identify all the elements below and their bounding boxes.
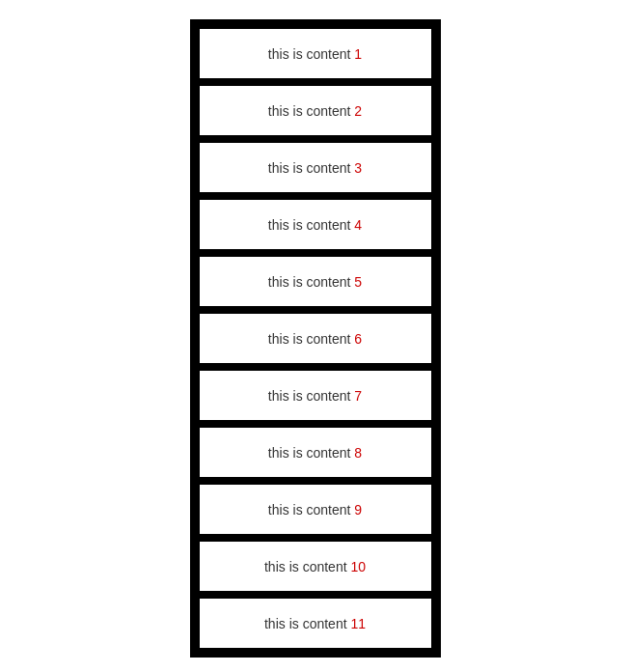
content-label: this is content 2 xyxy=(268,103,362,119)
list-item[interactable]: this is content 4 xyxy=(198,198,433,251)
content-number: 11 xyxy=(350,616,366,631)
list-item[interactable]: this is content 7 xyxy=(198,369,433,422)
content-number: 1 xyxy=(354,46,362,62)
list-item[interactable]: this is content 9 xyxy=(198,483,433,536)
content-label: this is content 11 xyxy=(264,616,366,631)
content-label: this is content 3 xyxy=(268,160,362,176)
content-label: this is content 1 xyxy=(268,46,362,62)
content-number: 9 xyxy=(354,502,362,518)
list-item[interactable]: this is content 5 xyxy=(198,255,433,308)
content-list: this is content 1this is content 2this i… xyxy=(190,19,441,658)
content-label: this is content 9 xyxy=(268,502,362,518)
list-item[interactable]: this is content 11 xyxy=(198,597,433,650)
list-item[interactable]: this is content 1 xyxy=(198,27,433,80)
content-label: this is content 6 xyxy=(268,331,362,347)
content-label: this is content 5 xyxy=(268,274,362,290)
list-item[interactable]: this is content 10 xyxy=(198,540,433,593)
content-number: 5 xyxy=(354,274,362,290)
content-number: 8 xyxy=(354,445,362,461)
content-number: 4 xyxy=(354,217,362,233)
content-number: 3 xyxy=(354,160,362,176)
list-item[interactable]: this is content 6 xyxy=(198,312,433,365)
list-item[interactable]: this is content 8 xyxy=(198,426,433,479)
content-label: this is content 10 xyxy=(264,559,366,574)
list-item[interactable]: this is content 3 xyxy=(198,141,433,194)
content-number: 6 xyxy=(354,331,362,347)
content-number: 10 xyxy=(350,559,366,574)
content-label: this is content 8 xyxy=(268,445,362,461)
content-label: this is content 4 xyxy=(268,217,362,233)
content-number: 7 xyxy=(354,388,362,404)
content-label: this is content 7 xyxy=(268,388,362,404)
content-number: 2 xyxy=(354,103,362,119)
list-item[interactable]: this is content 2 xyxy=(198,84,433,137)
